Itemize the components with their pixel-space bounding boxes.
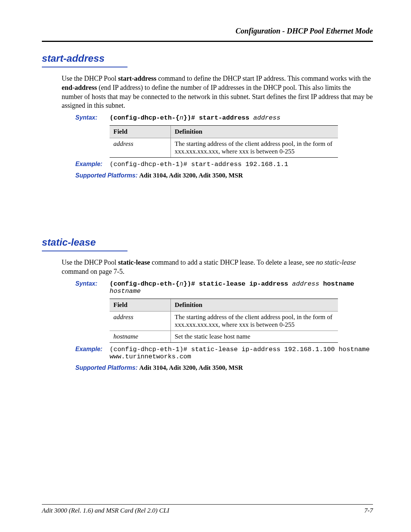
example-row: Example: (config-dhcp-eth-1)# static-lea…: [75, 346, 373, 360]
syntax-label: Syntax:: [75, 280, 110, 287]
table-row: hostname Set the static lease host name: [110, 331, 338, 342]
field-cell: address: [110, 138, 171, 158]
definition-cell: The starting address of the client addre…: [171, 138, 338, 158]
header-rule: [42, 41, 373, 42]
syntax-value: (config-dhcp-eth-{n})# start-address add…: [110, 114, 373, 121]
syntax-value: (config-dhcp-eth-{n})# static-lease ip-a…: [110, 280, 373, 295]
title-underline: [42, 251, 127, 251]
example-label: Example:: [75, 346, 110, 353]
syntax-row: Syntax: (config-dhcp-eth-{n})# start-add…: [75, 114, 373, 121]
page-footer: Adit 3000 (Rel. 1.6) and MSR Card (Rel 2…: [42, 504, 373, 514]
example-value: (config-dhcp-eth-1)# start-address 192.1…: [110, 161, 373, 168]
footer-right: 7-7: [364, 507, 373, 514]
footer-left: Adit 3000 (Rel. 1.6) and MSR Card (Rel 2…: [42, 507, 169, 514]
syntax-row: Syntax: (config-dhcp-eth-{n})# static-le…: [75, 280, 373, 295]
field-table-static-lease: Field Definition address The starting ad…: [110, 299, 338, 343]
col-field: Field: [110, 299, 171, 311]
platforms-label: Supported Platforms:: [75, 172, 138, 179]
example-label: Example:: [75, 161, 110, 168]
field-cell: hostname: [110, 331, 171, 342]
table-row: address The starting address of the clie…: [110, 311, 338, 331]
example-row: Example: (config-dhcp-eth-1)# start-addr…: [75, 161, 373, 168]
title-underline: [42, 67, 127, 67]
start-address-description: Use the DHCP Pool start-address command …: [62, 74, 373, 110]
col-field: Field: [110, 126, 171, 138]
section-title-start-address: start-address: [42, 53, 373, 64]
example-value: (config-dhcp-eth-1)# static-lease ip-add…: [110, 346, 373, 360]
definition-cell: Set the static lease host name: [171, 331, 338, 342]
platforms-label: Supported Platforms:: [75, 364, 138, 371]
field-table-start-address: Field Definition address The starting ad…: [110, 125, 338, 158]
syntax-label: Syntax:: [75, 114, 110, 121]
field-cell: address: [110, 311, 171, 331]
definition-cell: The starting address of the client addre…: [171, 311, 338, 331]
col-definition: Definition: [171, 299, 338, 311]
static-lease-description: Use the DHCP Pool static-lease command t…: [62, 258, 373, 276]
supported-platforms: Supported Platforms: Adit 3104, Adit 320…: [75, 364, 373, 372]
table-row: address The starting address of the clie…: [110, 138, 338, 158]
running-header: Configuration - DHCP Pool Ethernet Mode: [42, 27, 373, 35]
col-definition: Definition: [171, 126, 338, 138]
section-title-static-lease: static-lease: [42, 236, 373, 248]
supported-platforms: Supported Platforms: Adit 3104, Adit 320…: [75, 172, 373, 179]
